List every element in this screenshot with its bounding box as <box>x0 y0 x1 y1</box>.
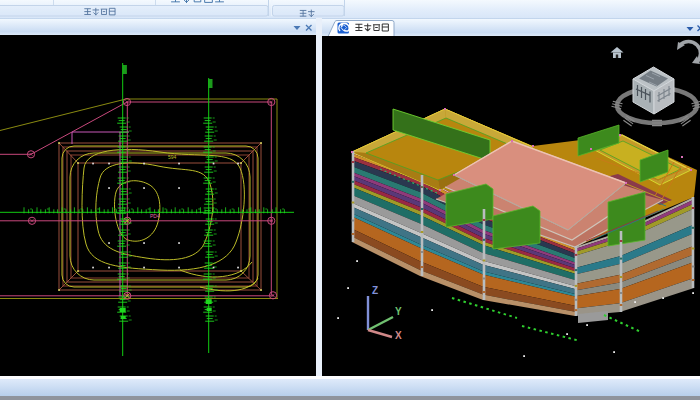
svg-text:Y: Y <box>395 306 402 317</box>
svg-text:X: X <box>395 330 402 341</box>
svg-text:594: 594 <box>168 154 177 160</box>
svg-text:Z: Z <box>372 285 378 296</box>
svg-text:PD4: PD4 <box>150 213 160 219</box>
